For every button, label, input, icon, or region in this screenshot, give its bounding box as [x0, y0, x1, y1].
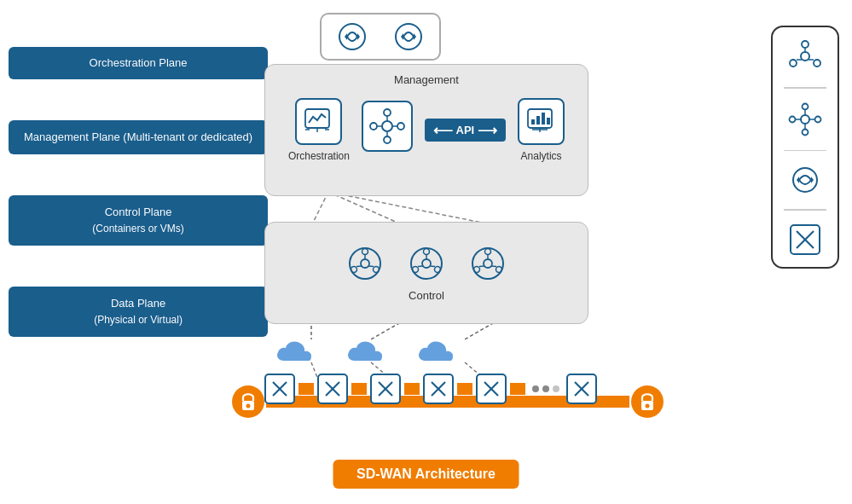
svg-point-37 [362, 248, 368, 254]
svg-point-55 [474, 266, 480, 272]
svg-point-43 [411, 248, 442, 279]
control-plane-label: Control Plane(Containers or VMs) [9, 195, 268, 246]
svg-marker-11 [345, 33, 347, 40]
svg-rect-29 [531, 119, 535, 125]
dot-3 [553, 385, 559, 392]
svg-marker-10 [357, 33, 360, 40]
right-panel-icon-2 [786, 101, 824, 138]
api-arrow-left: ⟵ [433, 122, 453, 138]
svg-point-79 [814, 60, 820, 67]
svg-point-51 [472, 248, 503, 279]
svg-point-22 [384, 136, 391, 143]
sync-icon-2 [393, 21, 424, 52]
api-box: ⟵ API ⟶ [425, 119, 507, 142]
dot-2 [542, 385, 549, 392]
svg-point-20 [384, 109, 391, 116]
svg-line-49 [430, 266, 435, 267]
chart-icon [303, 106, 335, 138]
right-panel-icon-3 [788, 163, 822, 197]
svg-line-58 [479, 266, 484, 267]
svg-marker-14 [414, 33, 416, 40]
svg-line-41 [368, 266, 374, 267]
svg-point-64 [646, 404, 650, 408]
api-label: API [456, 124, 475, 136]
svg-point-12 [396, 24, 421, 49]
analytics-icon-box [518, 98, 565, 145]
sync-icon-1 [337, 21, 368, 52]
right-panel-icon-1 [786, 38, 824, 75]
svg-line-0 [311, 192, 328, 226]
dots-indicator [529, 385, 563, 392]
cloud-icon-2 [344, 337, 391, 367]
network-hub-icon [368, 107, 406, 145]
svg-point-36 [361, 259, 369, 268]
api-arrow-right: ⟶ [478, 122, 497, 138]
right-panel-divider-3 [784, 209, 826, 211]
center-network-item [362, 101, 413, 152]
orchestration-label: Orchestration [288, 150, 350, 162]
management-plane-label: Management Plane (Multi-tenant or dedica… [9, 120, 268, 154]
svg-point-86 [815, 116, 821, 122]
svg-point-84 [801, 115, 809, 124]
bar-segment-3 [404, 383, 420, 395]
svg-point-85 [803, 103, 809, 109]
svg-point-88 [790, 116, 796, 122]
svg-point-19 [382, 121, 392, 131]
svg-line-42 [356, 266, 362, 267]
right-panel [771, 26, 839, 269]
svg-point-46 [435, 266, 441, 272]
bar-segment-4 [457, 383, 472, 395]
control-icons [346, 245, 507, 282]
svg-point-61 [246, 404, 251, 408]
orchestration-icon-box [295, 98, 342, 145]
bar-segment-2 [351, 383, 367, 395]
svg-marker-13 [401, 33, 403, 40]
svg-point-54 [496, 266, 502, 272]
svg-marker-95 [797, 177, 799, 183]
switch-5 [476, 374, 507, 404]
main-diagram: Management Orchestration [239, 9, 665, 469]
left-labels-container: Orchestration Plane Management Plane (Mu… [9, 47, 268, 337]
bar-segment-1 [298, 383, 314, 395]
right-panel-divider-1 [784, 87, 826, 89]
svg-point-47 [413, 266, 419, 272]
svg-marker-94 [811, 177, 814, 183]
orchestration-plane-label: Orchestration Plane [9, 47, 268, 79]
cloud-icon-1 [273, 337, 320, 367]
data-plane-label: Data Plane(Physical or Virtual) [9, 287, 268, 337]
clouds-row [273, 337, 461, 367]
svg-line-50 [418, 266, 423, 267]
cloud-icon-3 [414, 337, 461, 367]
management-title: Management [265, 73, 588, 86]
switch-row [264, 374, 597, 404]
lock-right [629, 384, 665, 420]
management-inner: Orchestration [265, 91, 588, 169]
control-node-icon-3 [469, 245, 507, 282]
svg-rect-31 [542, 113, 545, 125]
svg-rect-32 [547, 118, 550, 125]
management-box: Management Orchestration [264, 64, 588, 196]
svg-point-9 [339, 24, 365, 49]
switch-3 [370, 374, 401, 404]
svg-point-21 [397, 123, 404, 130]
control-node-icon-1 [346, 245, 384, 282]
svg-point-23 [370, 123, 377, 130]
svg-point-45 [424, 248, 430, 254]
svg-point-44 [422, 259, 431, 268]
svg-point-39 [351, 266, 357, 272]
right-panel-icon-4 [788, 223, 822, 257]
svg-point-80 [790, 60, 797, 67]
svg-rect-15 [305, 109, 329, 128]
svg-point-52 [484, 259, 492, 268]
svg-point-53 [485, 248, 491, 254]
network-hub-icon-box [362, 101, 413, 152]
svg-point-77 [801, 52, 809, 61]
top-sync-icons [320, 13, 441, 61]
svg-point-38 [374, 266, 380, 272]
svg-point-78 [802, 41, 809, 48]
switch-2 [317, 374, 348, 404]
api-connector: ⟵ API ⟶ [425, 119, 507, 142]
svg-line-57 [491, 266, 496, 267]
lock-left [230, 384, 266, 420]
dot-1 [532, 385, 539, 392]
